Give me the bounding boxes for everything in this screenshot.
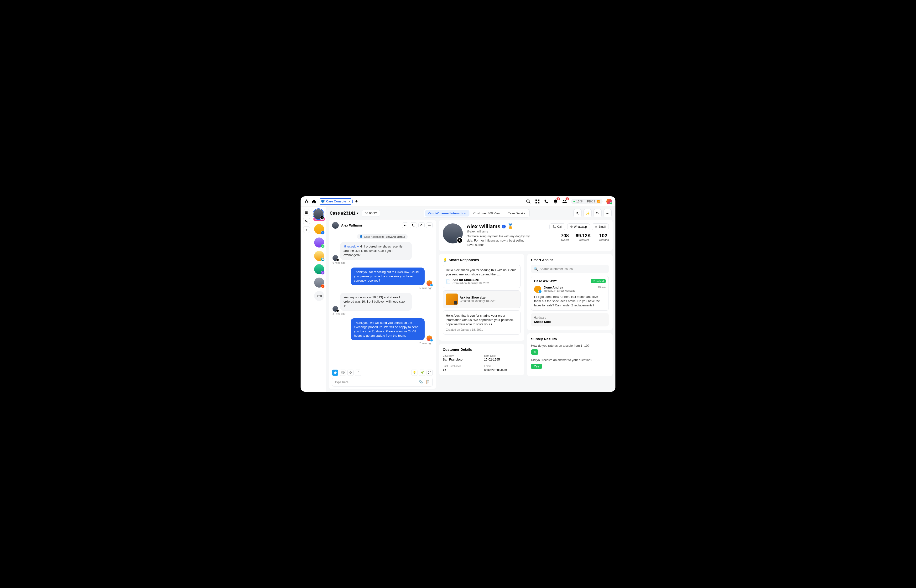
bulb-icon[interactable]: 💡 [411, 370, 418, 376]
search-icon[interactable] [526, 199, 531, 204]
msg-avatar [427, 336, 432, 341]
svg-point-0 [526, 200, 529, 202]
tab-omni[interactable]: Omni-Channel Interaction [425, 210, 469, 216]
conversation-avatar[interactable]: ✆ [314, 264, 324, 274]
heart-icon: 💙 [321, 200, 325, 203]
assist-search: 🔍 [531, 265, 609, 273]
assist-case[interactable]: Case #3784921Resolved Jione Andrea@jioan… [531, 276, 609, 311]
nav-rail: ☰ › [301, 207, 312, 392]
wifi-icon: 📶 [597, 200, 600, 203]
status-pill[interactable]: 15:34 | PBK 3 📶 [571, 199, 602, 204]
msg-avatar [427, 280, 432, 286]
more-conversations[interactable]: +20 [314, 291, 324, 301]
tab-360[interactable]: Customer 360 View [470, 210, 503, 216]
svg-point-6 [563, 200, 565, 201]
chevron-right-icon[interactable]: › [303, 226, 310, 233]
close-tab-icon[interactable]: × [348, 200, 350, 204]
status-badge: Resolved [591, 279, 606, 283]
channel-sms-icon[interactable]: 💬 [340, 370, 346, 376]
voice-call-icon[interactable] [410, 223, 417, 228]
status-workspace: PBK 3 [587, 200, 595, 203]
note-icon[interactable]: 📋 [425, 380, 430, 384]
verified-icon: ✓ [502, 225, 506, 228]
composer: 💬 ✆ f 💡 🌱 ⛶ 📎 📋 [329, 367, 436, 389]
smart-responses-card: 💡Smart Responses Hello Alex, thank you f… [439, 254, 524, 341]
conversation-avatar-active[interactable]: 𝕏 [314, 209, 324, 219]
message-input-box: 📎 📋 [332, 378, 433, 386]
whatsapp-button[interactable]: ✆ Whatsapp [567, 223, 590, 230]
medal-icon: 🏅 [507, 223, 514, 229]
email-button[interactable]: ✉ Email [592, 223, 609, 230]
x-badge-icon: 𝕏 [456, 237, 463, 244]
add-tab-button[interactable]: + [355, 199, 358, 204]
message-source-icon: 💬 [321, 257, 325, 261]
viber-source-icon: ✆ [321, 271, 325, 275]
refresh-icon[interactable]: ⟳ [594, 209, 602, 217]
call-button[interactable]: 📞 Call [549, 223, 565, 230]
response-item[interactable]: Hello Alex, thank you for sharing this w… [443, 265, 521, 288]
msg-in: Yes, my shoe size is 10 (US) and shoes I… [340, 293, 412, 311]
profile-stats: 708Tweets 69.12KFollowers 102Following [549, 233, 609, 241]
customer-details-card: Customer Details City/TownSan Francisco … [439, 344, 524, 375]
svg-point-8 [305, 220, 307, 221]
assist-hardware: Hardware Shoes Sold [531, 313, 609, 326]
apps-icon[interactable] [535, 199, 540, 204]
msg-ts: 6 mins ago [333, 261, 432, 264]
channel-whatsapp-icon[interactable]: ✆ [347, 370, 353, 376]
case-title[interactable]: Case #23141 ▾ [330, 211, 358, 216]
msg-ts: 2 mins ago [333, 312, 432, 315]
video-call-icon[interactable]: ■• [402, 223, 408, 228]
conversation-avatar[interactable]: f [314, 224, 324, 234]
chat-body: 👤Case Assigned to Shivang Mathur @luxegl… [329, 231, 436, 367]
card-title: Customer Details [443, 347, 521, 352]
refresh-chat-icon[interactable]: ⟳ [418, 223, 425, 228]
phone-icon[interactable] [544, 199, 549, 204]
search-icon: 🔍 [533, 267, 538, 271]
attach-icon[interactable]: 📎 [419, 380, 423, 384]
wand-icon[interactable]: ✨ [583, 209, 592, 217]
profile-avatar: 𝕏 [443, 223, 463, 244]
assist-avatar [534, 286, 541, 293]
svg-rect-3 [538, 199, 539, 201]
channel-twitter-icon[interactable] [332, 370, 338, 376]
smart-assist-card: Smart Assist 🔍 Case #3784921Resolved Jio… [527, 254, 613, 331]
expand-icon[interactable]: ⛶ [427, 370, 433, 376]
case-timer: 00:05:32 [362, 210, 380, 217]
card-title: Survey Results [531, 337, 609, 341]
view-tabs: Omni-Channel Interaction Customer 360 Vi… [424, 209, 529, 218]
message-input[interactable] [335, 380, 417, 384]
bell-icon[interactable]: 8 [553, 199, 558, 204]
reddit-source-icon: r [321, 284, 325, 288]
more-icon[interactable]: ⋯ [604, 209, 612, 217]
people-icon[interactable]: 8 [562, 199, 567, 204]
layout-icon[interactable]: ⇱ [573, 209, 581, 217]
tab-details[interactable]: Case Details [504, 210, 529, 216]
svg-point-7 [565, 200, 566, 201]
conversation-avatar[interactable]: 💬 [314, 251, 324, 261]
channel-facebook-icon[interactable]: f [355, 370, 361, 376]
leaf-icon[interactable]: 🌱 [419, 370, 425, 376]
doc-icon: 📄 [446, 279, 451, 284]
workspace-tab[interactable]: 💙 Care Console × [319, 199, 353, 205]
rail-search-icon[interactable] [303, 218, 310, 225]
assist-search-input[interactable] [540, 267, 606, 271]
user-avatar[interactable] [606, 199, 612, 204]
chat-panel: Alex Williams ■• ⟳ ⋯ 👤Case Assigned to S… [329, 220, 436, 389]
app-window: 💙 Care Console × + 8 8 15:34 | PBK 3 📶 ☰ [301, 196, 615, 392]
response-item[interactable]: Ask for Shoe sizeCreated on January 18, … [443, 291, 521, 308]
chat-more-icon[interactable]: ⋯ [426, 223, 433, 228]
menu-icon[interactable]: ☰ [303, 209, 310, 216]
msg-avatar [333, 306, 338, 312]
conversation-avatar[interactable]: r [314, 278, 324, 288]
chat-header: Alex Williams ■• ⟳ ⋯ [329, 220, 436, 231]
survey-answer: 9 [531, 349, 538, 355]
response-item[interactable]: Hello Alex, thank you for sharing your o… [443, 310, 521, 334]
chat-avatar [332, 222, 339, 229]
response-thumbnail [446, 294, 458, 305]
svg-rect-5 [538, 202, 539, 203]
conversation-avatar[interactable]: ✆ [314, 237, 324, 247]
case-bar: Case #23141 ▾ 00:05:32 Omni-Channel Inte… [326, 207, 615, 220]
home-icon[interactable] [312, 199, 316, 204]
user-icon: 👤 [359, 235, 363, 238]
chevron-down-icon[interactable]: ▾ [357, 212, 358, 215]
